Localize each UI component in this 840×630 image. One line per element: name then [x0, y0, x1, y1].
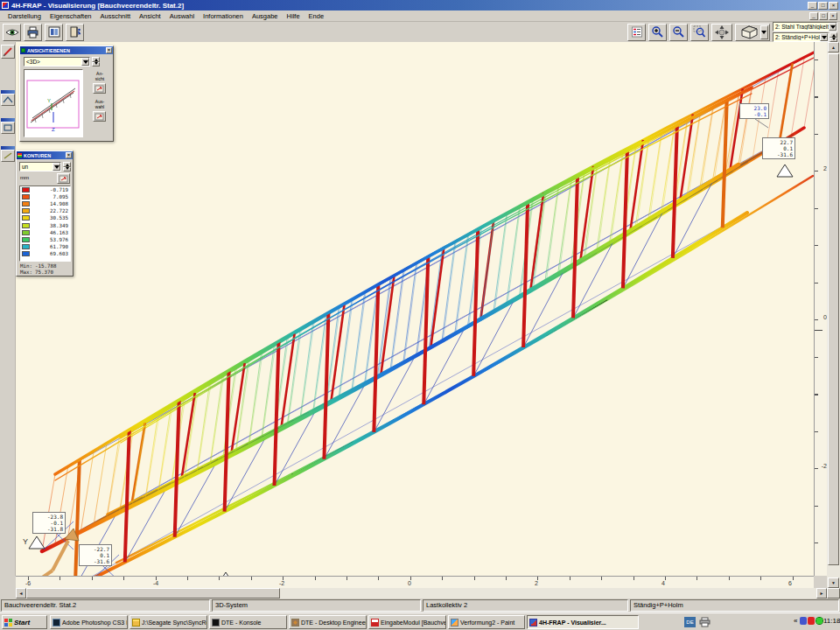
taskbar-task-paint[interactable]: Verformung2 - Paint — [448, 615, 525, 629]
tray-expand-icon[interactable]: « — [794, 617, 797, 625]
menu-item-auswahl[interactable]: Auswahl — [165, 12, 199, 20]
quantity-select[interactable]: un — [19, 162, 61, 172]
menu-item-darstellung[interactable]: Darstellung — [4, 12, 46, 20]
menu-item-hilfe[interactable]: Hilfe — [283, 12, 304, 20]
statusbar: Bauchveerendeltr. Stat.2 3D-System Lastk… — [0, 598, 840, 612]
ruler-tick-label: 2 — [528, 580, 545, 586]
node-annotation-left-near: -22.70.1-31.6 — [79, 544, 112, 566]
tray-app-icon-green[interactable] — [816, 617, 823, 625]
ruler-tick-label: 4 — [654, 580, 672, 586]
folder-icon — [132, 619, 140, 626]
minimized-panel-2[interactable] — [1, 118, 15, 134]
zoom-window-icon — [693, 25, 706, 38]
tray-app-icon-red[interactable] — [808, 617, 815, 625]
edit-tool-button[interactable] — [1, 45, 15, 59]
load-case-select[interactable]: 2: Ständig+P+Holm — [773, 32, 829, 42]
legend-row: 46.163 — [20, 229, 70, 236]
minimize-button[interactable]: _ — [808, 2, 817, 10]
view-select[interactable]: <3D> — [24, 57, 90, 66]
taskbar-task-eingabemodul[interactable]: EingabeModul [Bauchvee... — [368, 615, 446, 629]
konturen-panel[interactable]: KONTUREN × un mm -0.719 7.095 14.908 22.… — [16, 150, 74, 276]
legend-row: 7.095 — [20, 193, 70, 200]
zoom-window-button[interactable] — [690, 24, 709, 41]
ansicht-label: An-sicht — [88, 71, 111, 81]
zoom-in-button[interactable] — [648, 24, 667, 41]
titlebar[interactable]: 4H-FRAP - Visualisierung [Bauchveerendel… — [0, 0, 840, 10]
keyboard-layout-indicator[interactable]: DE — [684, 617, 696, 627]
cube-dropdown[interactable] — [760, 25, 768, 39]
legend-list-button[interactable] — [627, 24, 646, 41]
result-case-dropdown-icon[interactable] — [829, 23, 836, 31]
ansicht-panel[interactable]: ANSICHT/EBENEN × <3D> — [19, 46, 114, 142]
restore-button[interactable]: □ — [818, 2, 828, 10]
quantity-spinner[interactable] — [63, 162, 71, 172]
scroll-left-button[interactable]: ◄ — [16, 588, 26, 598]
menu-item-informationen[interactable]: Informationen — [199, 12, 248, 20]
view-select-dropdown-icon[interactable] — [81, 58, 89, 66]
auswahl-label: Aus-wahl — [88, 99, 111, 109]
ruler-tick-label: 2 — [818, 165, 827, 172]
zoom-out-button[interactable] — [669, 24, 688, 41]
minimized-panel-3[interactable] — [1, 146, 15, 162]
model-canvas[interactable]: YX 23.0-0.1 22.70.1-31.6 -23.8-0.1-31.8 … — [16, 42, 814, 576]
legend-swatch — [22, 237, 30, 242]
legend-row: 61.790 — [20, 243, 70, 250]
tray-app-icon-blue[interactable] — [800, 617, 807, 625]
quantity-dropdown-icon[interactable] — [52, 163, 60, 171]
view-spinner[interactable] — [92, 57, 100, 66]
mdi-restore-button[interactable]: □ — [819, 12, 828, 20]
konturen-panel-close-icon[interactable]: × — [66, 152, 72, 158]
toolbar: 2: Stahl Tragfähigkeit (Th. 2. O 2: Stän… — [0, 22, 840, 42]
start-button[interactable]: Start — [2, 615, 47, 629]
mdi-minimize-button[interactable]: _ — [809, 12, 818, 20]
ansicht-panel-titlebar[interactable]: ANSICHT/EBENEN × — [20, 46, 113, 54]
printer-tray-icon[interactable] — [699, 617, 710, 627]
legend-row: 22.722 — [20, 207, 70, 214]
node-annotation-top: 23.0-0.1 — [739, 103, 769, 119]
konturen-panel-titlebar[interactable]: KONTUREN × — [17, 151, 73, 159]
status-system: 3D-System — [212, 599, 421, 612]
legend-row: 38.349 — [20, 221, 70, 228]
taskbar-task-4hfrap[interactable]: 4H-FRAP - Visualisier... — [527, 615, 639, 629]
close-button[interactable]: × — [829, 2, 838, 10]
konturen-refresh-button[interactable] — [57, 173, 70, 184]
menu-item-eigenschaften[interactable]: Eigenschaften — [46, 12, 96, 20]
view-cube-button[interactable] — [735, 24, 770, 41]
load-case-spinner[interactable] — [830, 32, 837, 42]
ruler-tick-label: -2 — [818, 463, 827, 469]
horizontal-ruler: -6 -4 -2 0 2 4 6 — [16, 576, 814, 588]
mdi-close-button[interactable]: × — [829, 12, 837, 20]
taskbar-task-console[interactable]: DTE - Konsole — [209, 615, 287, 629]
vertical-scroll-thumb[interactable] — [828, 53, 839, 565]
horizontal-scrollbar[interactable]: ◄ ► — [16, 588, 827, 598]
menu-item-ausgabe[interactable]: Ausgabe — [248, 12, 283, 20]
panels-button[interactable] — [45, 24, 63, 41]
auswahl-apply-button[interactable] — [93, 111, 106, 122]
scroll-right-button[interactable]: ► — [816, 588, 827, 598]
result-case-select[interactable]: 2: Stahl Tragfähigkeit (Th. 2. O — [773, 22, 837, 32]
scroll-up-button[interactable]: ▲ — [828, 42, 839, 52]
pan-control[interactable] — [711, 24, 732, 41]
horizontal-scroll-thumb[interactable] — [26, 588, 280, 598]
ansicht-apply-button[interactable] — [93, 83, 106, 94]
taskbar-task-dte[interactable]: DTE - Desktop Engineeri... — [289, 615, 367, 629]
exit-button[interactable] — [66, 24, 84, 41]
menu-item-ansicht[interactable]: Ansicht — [135, 12, 165, 20]
ansicht-panel-close-icon[interactable]: × — [106, 47, 112, 53]
taskbar-task-photoshop[interactable]: Adobe Photoshop CS3 E... — [50, 615, 128, 629]
list-icon — [631, 26, 643, 38]
minimized-panel-1[interactable] — [1, 90, 15, 106]
legend-row: 30.535 — [20, 214, 70, 221]
legend-swatch — [22, 187, 30, 192]
menu-item-ende[interactable]: Ende — [304, 12, 329, 20]
vertical-scrollbar[interactable]: ▲ ▼ — [827, 42, 840, 588]
legend-row: 53.976 — [20, 236, 70, 243]
load-case-dropdown-icon[interactable] — [820, 33, 828, 41]
view-button[interactable] — [3, 24, 21, 41]
zoom-in-icon — [651, 25, 664, 38]
menu-item-ausschnitt[interactable]: Ausschnitt — [95, 12, 135, 20]
legend-swatch — [22, 244, 30, 249]
print-button[interactable] — [24, 24, 42, 41]
taskbar-task-folder[interactable]: J:\Seagate Sync\SyncRe... — [130, 615, 207, 629]
scroll-down-button[interactable]: ▼ — [828, 578, 839, 588]
